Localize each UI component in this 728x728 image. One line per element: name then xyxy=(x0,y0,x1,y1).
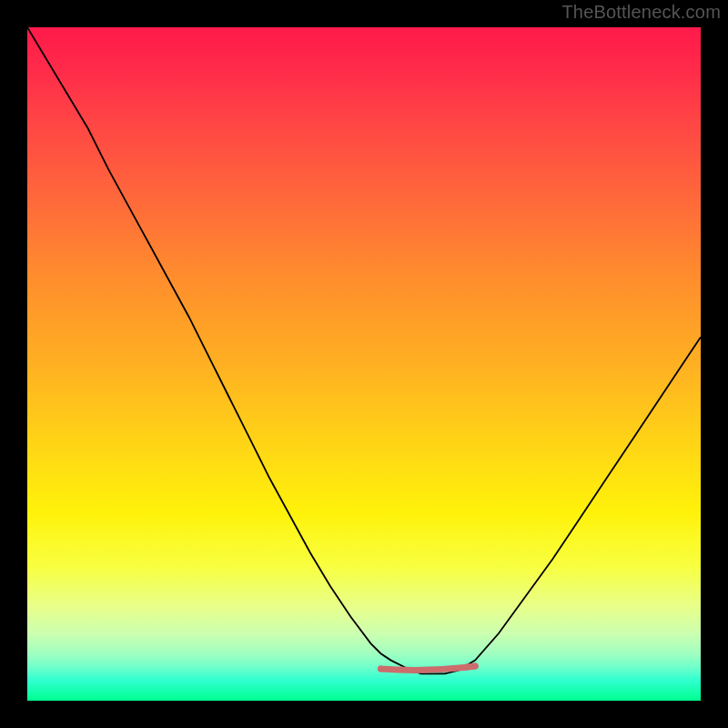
curve-layer xyxy=(27,27,701,701)
flat-endpoint-right xyxy=(472,663,479,670)
flat-endpoint-left xyxy=(378,666,384,672)
watermark-text: TheBottleneck.com xyxy=(561,2,721,23)
flat-minimum-segment xyxy=(381,666,476,670)
plot-area xyxy=(27,27,701,701)
chart-frame: TheBottleneck.com xyxy=(0,0,728,728)
bottleneck-curve xyxy=(27,27,701,673)
